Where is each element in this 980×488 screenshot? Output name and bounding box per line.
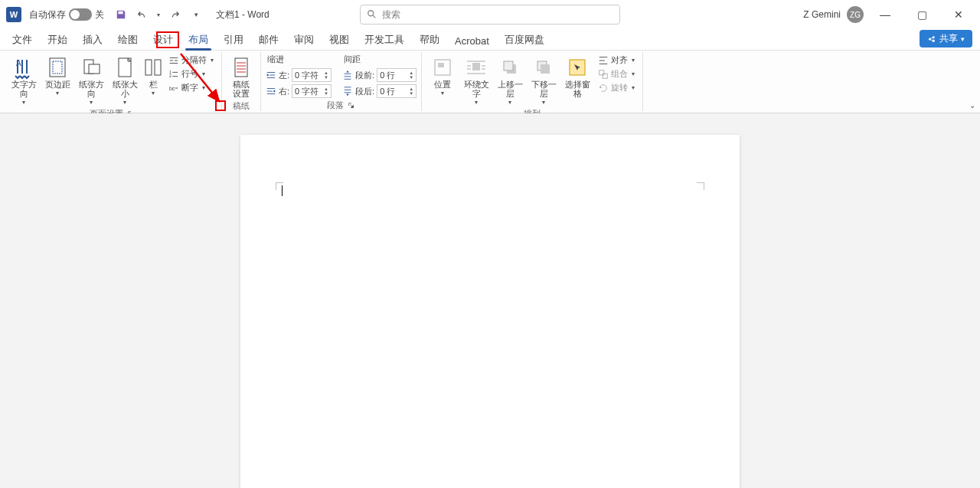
svg-point-0 bbox=[368, 11, 374, 16]
share-button[interactable]: 共享 ▾ bbox=[920, 30, 972, 47]
save-button[interactable] bbox=[112, 5, 130, 24]
tab-design[interactable]: 设计 bbox=[145, 30, 181, 50]
position-icon bbox=[430, 55, 455, 80]
toggle-switch-icon[interactable] bbox=[69, 8, 92, 21]
hyphenation-button[interactable]: bc 断字▾ bbox=[165, 81, 217, 94]
line-numbers-button[interactable]: 12 行号▾ bbox=[165, 67, 217, 80]
chevron-down-icon: ▾ bbox=[152, 90, 155, 97]
indent-left-input[interactable]: 0 字符 ▲▼ bbox=[292, 68, 332, 82]
chevron-down-icon: ▾ bbox=[22, 99, 25, 106]
svg-rect-7 bbox=[145, 60, 152, 75]
tab-layout[interactable]: 布局 bbox=[181, 30, 216, 50]
indent-title: 缩进 bbox=[266, 54, 332, 67]
spacing-before-label: 段前: bbox=[355, 70, 374, 81]
group-paragraph: 缩进 左: 0 字符 ▲▼ 右: 0 字符 ▲▼ bbox=[261, 52, 422, 111]
user-avatar[interactable]: ZG bbox=[847, 6, 864, 23]
spacing-after-input[interactable]: 0 行 ▲▼ bbox=[377, 84, 416, 98]
breaks-button[interactable]: 分隔符▾ bbox=[165, 54, 217, 67]
align-icon bbox=[598, 55, 609, 66]
bring-forward-button[interactable]: 上移一层 ▾ bbox=[494, 54, 526, 107]
wrap-text-button[interactable]: 环绕文 字 ▾ bbox=[460, 54, 492, 107]
size-icon bbox=[113, 55, 137, 80]
title-bar: W 自动保存 关 ▾ ▾ 文档1 - Word 搜索 Z Gemini ZG —… bbox=[0, 0, 980, 29]
svg-rect-17 bbox=[504, 61, 513, 70]
tab-references[interactable]: 引用 bbox=[216, 30, 251, 50]
group-label-paragraph: 段落 bbox=[327, 100, 344, 111]
search-icon bbox=[367, 9, 377, 20]
undo-dropdown[interactable]: ▾ bbox=[155, 5, 162, 24]
share-label: 共享 bbox=[939, 32, 958, 45]
share-icon bbox=[927, 34, 936, 44]
document-canvas[interactable] bbox=[0, 113, 980, 488]
tab-file[interactable]: 文件 bbox=[5, 30, 40, 50]
tab-acrobat[interactable]: Acrobat bbox=[447, 32, 497, 50]
columns-button[interactable]: 栏 ▾ bbox=[142, 54, 164, 98]
undo-button[interactable] bbox=[133, 5, 152, 24]
document-title: 文档1 - Word bbox=[216, 8, 270, 21]
align-button[interactable]: 对齐▾ bbox=[595, 54, 638, 67]
autosave-toggle[interactable]: 自动保存 关 bbox=[29, 8, 104, 21]
tab-review[interactable]: 审阅 bbox=[286, 30, 322, 50]
group-page-setup: A 文字方向 ▾ 页边距 ▾ 纸张方向 ▾ 纸张大小 ▾ 栏 bbox=[3, 52, 222, 111]
spacing-before-input[interactable]: 0 行 ▲▼ bbox=[377, 68, 416, 82]
paper-settings-button[interactable]: 稿纸 设置 bbox=[227, 54, 256, 100]
svg-rect-19 bbox=[541, 64, 550, 74]
svg-rect-15 bbox=[472, 63, 480, 70]
send-backward-button[interactable]: 下移一层 ▾ bbox=[528, 54, 560, 107]
backward-icon bbox=[531, 55, 556, 80]
spin-down-icon[interactable]: ▼ bbox=[409, 75, 413, 80]
tab-help[interactable]: 帮助 bbox=[412, 30, 447, 50]
indent-left-icon bbox=[266, 70, 276, 80]
spacing-after-icon bbox=[342, 86, 353, 97]
ribbon: A 文字方向 ▾ 页边距 ▾ 纸张方向 ▾ 纸张大小 ▾ 栏 bbox=[0, 51, 980, 113]
margin-corner-icon bbox=[697, 182, 704, 190]
chevron-down-icon: ▾ bbox=[90, 99, 93, 106]
columns-icon bbox=[141, 55, 165, 80]
paragraph-dialog-launcher[interactable] bbox=[347, 101, 356, 110]
tab-mailings[interactable]: 邮件 bbox=[251, 30, 286, 50]
paper-icon bbox=[229, 55, 253, 80]
size-button[interactable]: 纸张大小 ▾ bbox=[109, 54, 141, 107]
position-button[interactable]: 位置 ▾ bbox=[426, 54, 459, 98]
tab-baidu[interactable]: 百度网盘 bbox=[497, 30, 552, 50]
search-input[interactable]: 搜索 bbox=[360, 5, 620, 25]
spin-down-icon[interactable]: ▼ bbox=[409, 91, 413, 96]
close-button[interactable]: ✕ bbox=[943, 0, 974, 29]
indent-right-input[interactable]: 0 字符 ▲▼ bbox=[292, 84, 332, 98]
collapse-ribbon-button[interactable]: ⌄ bbox=[969, 101, 975, 110]
restore-button[interactable]: ▢ bbox=[906, 0, 937, 29]
spin-down-icon[interactable]: ▼ bbox=[324, 75, 328, 80]
svg-text:2: 2 bbox=[169, 74, 172, 78]
tab-view[interactable]: 视图 bbox=[322, 30, 357, 50]
margins-button[interactable]: 页边距 ▾ bbox=[41, 54, 74, 98]
user-name-label[interactable]: Z Gemini bbox=[803, 9, 841, 20]
autosave-state: 关 bbox=[95, 8, 104, 21]
qat-customize-button[interactable]: ▾ bbox=[187, 5, 205, 24]
hyphenation-icon: bc bbox=[168, 83, 179, 93]
chevron-down-icon: ▾ bbox=[961, 35, 965, 43]
svg-rect-14 bbox=[438, 63, 444, 67]
spacing-before-icon bbox=[342, 70, 353, 80]
group-label-paper: 稿纸 bbox=[233, 100, 250, 112]
svg-rect-12 bbox=[235, 58, 247, 77]
minimize-button[interactable]: — bbox=[870, 0, 900, 29]
tab-developer[interactable]: 开发工具 bbox=[357, 30, 412, 50]
page[interactable] bbox=[240, 135, 740, 488]
text-direction-button[interactable]: A 文字方向 ▾ bbox=[8, 54, 40, 107]
selection-pane-button[interactable]: 选择窗格 bbox=[561, 54, 593, 100]
margins-icon bbox=[45, 55, 70, 80]
svg-rect-3 bbox=[53, 61, 62, 74]
orientation-button[interactable]: 纸张方向 ▾ bbox=[75, 54, 107, 107]
tab-home[interactable]: 开始 bbox=[40, 30, 75, 50]
tab-insert[interactable]: 插入 bbox=[75, 30, 110, 50]
rotate-button[interactable]: 旋转▾ bbox=[595, 81, 638, 94]
spin-down-icon[interactable]: ▼ bbox=[324, 91, 328, 96]
spacing-after-label: 段后: bbox=[355, 86, 374, 97]
tab-draw[interactable]: 绘图 bbox=[110, 30, 145, 50]
redo-button[interactable] bbox=[165, 5, 184, 24]
group-objects-button[interactable]: 组合▾ bbox=[595, 67, 638, 80]
group-arrange: 位置 ▾ 环绕文 字 ▾ 上移一层 ▾ 下移一层 ▾ 选择窗格 bbox=[422, 52, 643, 111]
spacing-title: 间距 bbox=[342, 54, 416, 67]
autosave-label: 自动保存 bbox=[29, 8, 66, 21]
wrap-icon bbox=[464, 55, 488, 80]
